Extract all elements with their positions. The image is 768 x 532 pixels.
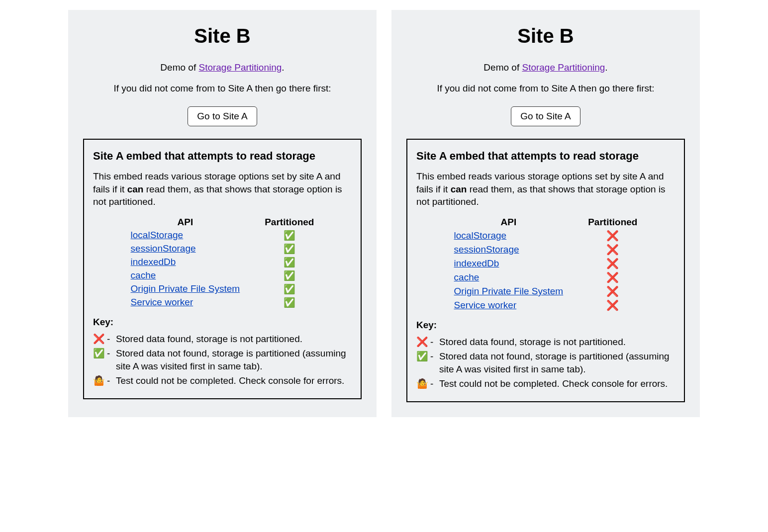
table-row: cache ❌ xyxy=(442,270,650,284)
api-link-sessionstorage[interactable]: sessionStorage xyxy=(454,244,519,255)
cross-icon: ❌ xyxy=(606,258,619,269)
status-icon: ✅ xyxy=(252,282,326,296)
col-partitioned: Partitioned xyxy=(252,216,326,229)
api-table: API Partitioned localStorage ✅ sessionSt… xyxy=(118,216,327,309)
status-icon: ✅ xyxy=(252,269,326,282)
key-text: Stored data not found, storage is partit… xyxy=(439,350,675,376)
demo-line: Demo of Storage Partitioning. xyxy=(83,62,362,73)
cross-icon: ❌ xyxy=(93,333,107,346)
demo-prefix: Demo of xyxy=(483,62,522,73)
key-list: ❌ - Stored data found, storage is not pa… xyxy=(93,333,352,387)
shrug-icon: 🤷 xyxy=(93,374,107,388)
key-heading: Key: xyxy=(416,320,675,331)
instruction-text: If you did not come from to Site A then … xyxy=(406,83,685,94)
shrug-icon: 🤷 xyxy=(416,377,430,391)
key-row: ✅ - Stored data not found, storage is pa… xyxy=(93,347,352,373)
table-row: sessionStorage ❌ xyxy=(442,243,650,257)
key-text: Stored data found, storage is not partit… xyxy=(439,336,675,349)
col-partitioned: Partitioned xyxy=(576,216,650,229)
demo-line: Demo of Storage Partitioning. xyxy=(406,62,685,73)
key-text: Test could not be completed. Check conso… xyxy=(439,377,675,391)
check-icon: ✅ xyxy=(93,347,107,360)
key-list: ❌ - Stored data found, storage is not pa… xyxy=(416,336,675,390)
key-row: ❌ - Stored data found, storage is not pa… xyxy=(93,333,352,346)
key-text: Test could not be completed. Check conso… xyxy=(116,374,352,388)
cross-icon: ❌ xyxy=(416,336,430,349)
table-row: localStorage ✅ xyxy=(118,229,327,242)
page-title: Site B xyxy=(83,25,362,47)
button-wrap: Go to Site A xyxy=(406,106,685,126)
demo-suffix: . xyxy=(605,62,607,73)
api-link-service-worker[interactable]: Service worker xyxy=(454,300,517,310)
key-row: ✅ - Stored data not found, storage is pa… xyxy=(416,350,675,376)
table-row: sessionStorage ✅ xyxy=(118,242,327,256)
table-row: Origin Private File System ❌ xyxy=(442,284,650,298)
embed-description: This embed reads various storage options… xyxy=(416,170,675,208)
api-link-opfs[interactable]: Origin Private File System xyxy=(454,286,564,296)
api-link-opfs[interactable]: Origin Private File System xyxy=(131,283,240,294)
status-icon: ✅ xyxy=(252,256,326,269)
panel-right: Site B Demo of Storage Partitioning. If … xyxy=(391,10,700,417)
key-text: Stored data found, storage is not partit… xyxy=(116,333,352,346)
storage-partitioning-link[interactable]: Storage Partitioning xyxy=(522,62,605,73)
api-link-indexeddb[interactable]: indexedDb xyxy=(131,257,176,267)
storage-partitioning-link[interactable]: Storage Partitioning xyxy=(198,62,282,73)
instruction-text: If you did not come from to Site A then … xyxy=(83,83,362,94)
cross-icon: ❌ xyxy=(606,286,619,297)
status-icon: ✅ xyxy=(252,242,326,256)
table-row: cache ✅ xyxy=(118,269,327,282)
api-link-cache[interactable]: cache xyxy=(131,270,156,280)
table-row: localStorage ❌ xyxy=(442,229,650,243)
api-link-localstorage[interactable]: localStorage xyxy=(454,230,507,241)
key-row: 🤷 - Test could not be completed. Check c… xyxy=(416,377,675,391)
table-row: Service worker ✅ xyxy=(118,296,327,309)
api-link-indexeddb[interactable]: indexedDb xyxy=(454,258,499,268)
cross-icon: ❌ xyxy=(606,244,619,255)
key-row: ❌ - Stored data found, storage is not pa… xyxy=(416,336,675,349)
col-api: API xyxy=(442,216,576,229)
status-icon: ✅ xyxy=(252,296,326,309)
embed-heading: Site A embed that attempts to read stora… xyxy=(416,150,675,163)
embed-box: Site A embed that attempts to read stora… xyxy=(406,139,685,402)
go-to-site-a-button[interactable]: Go to Site A xyxy=(188,106,257,126)
col-api: API xyxy=(118,216,253,229)
table-row: indexedDb ✅ xyxy=(118,256,327,269)
embed-description: This embed reads various storage options… xyxy=(93,170,352,208)
status-icon: ✅ xyxy=(252,229,326,242)
go-to-site-a-button[interactable]: Go to Site A xyxy=(511,106,580,126)
cross-icon: ❌ xyxy=(606,230,619,241)
api-link-sessionstorage[interactable]: sessionStorage xyxy=(131,243,196,254)
api-table: API Partitioned localStorage ❌ sessionSt… xyxy=(442,216,650,312)
key-row: 🤷 - Test could not be completed. Check c… xyxy=(93,374,352,388)
table-row: indexedDb ❌ xyxy=(442,257,650,270)
panel-left: Site B Demo of Storage Partitioning. If … xyxy=(68,10,377,417)
api-link-localstorage[interactable]: localStorage xyxy=(131,230,184,240)
embed-heading: Site A embed that attempts to read stora… xyxy=(93,150,352,163)
button-wrap: Go to Site A xyxy=(83,106,362,126)
demo-suffix: . xyxy=(282,62,284,73)
page-title: Site B xyxy=(406,25,685,47)
check-icon: ✅ xyxy=(416,350,430,363)
cross-icon: ❌ xyxy=(606,300,619,311)
cross-icon: ❌ xyxy=(606,272,619,283)
table-row: Service worker ❌ xyxy=(442,298,650,312)
embed-box: Site A embed that attempts to read stora… xyxy=(83,139,362,399)
table-row: Origin Private File System ✅ xyxy=(118,282,327,296)
key-text: Stored data not found, storage is partit… xyxy=(116,347,352,373)
api-link-cache[interactable]: cache xyxy=(454,272,480,282)
key-heading: Key: xyxy=(93,317,352,328)
api-link-service-worker[interactable]: Service worker xyxy=(131,297,193,307)
demo-prefix: Demo of xyxy=(160,62,198,73)
